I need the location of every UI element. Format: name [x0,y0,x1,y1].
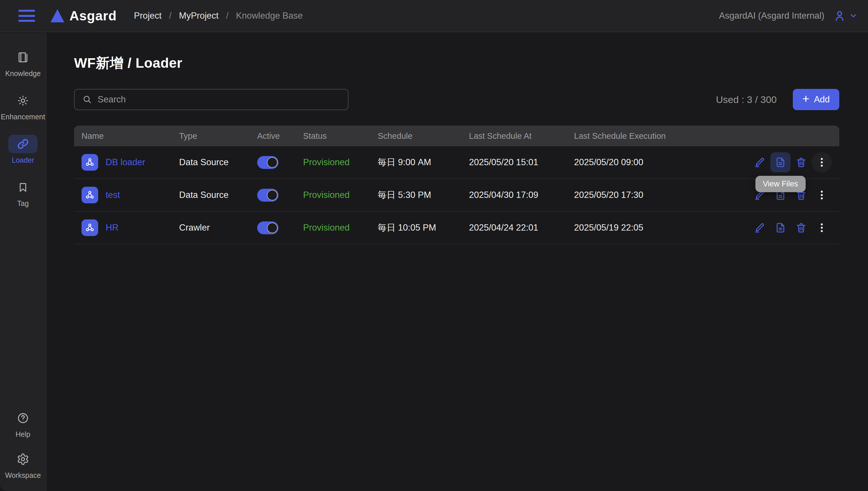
user-icon [833,9,846,22]
loader-table: Name Type Active Status Schedule Last Sc… [74,126,839,244]
sidebar: Knowledge Enhancement Loader Tag [0,33,47,491]
sidebar-item-label: Knowledge [5,69,41,78]
row-last-schedule-execution: 2025/05/19 22:05 [574,223,723,233]
delete-button[interactable] [791,218,811,238]
loader-type-icon [82,220,98,236]
sidebar-item-help[interactable]: Help [0,409,46,438]
loader-type-icon [82,154,98,171]
sidebar-item-loader[interactable]: Loader [0,135,46,164]
row-last-schedule-at: 2025/04/30 17:09 [469,190,574,200]
plus-icon: + [802,93,809,105]
sidebar-item-label: Workspace [5,471,41,480]
breadcrumb-separator: / [226,10,228,21]
row-last-schedule-execution: 2025/05/20 17:30 [574,190,723,200]
row-type: Crawler [179,223,257,233]
column-type: Type [179,132,257,141]
active-toggle[interactable] [257,156,278,169]
sidebar-item-workspace[interactable]: Workspace [0,450,46,480]
search-input[interactable] [98,94,341,105]
breadcrumb-separator: / [169,10,172,21]
sidebar-item-label: Loader [12,156,34,164]
more-options-button[interactable] [812,218,832,238]
column-status: Status [303,132,378,141]
column-last-schedule-at: Last Schedule At [469,132,574,141]
breadcrumb-myproject[interactable]: MyProject [179,10,219,21]
row-schedule: 毎日 5:30 PM [378,189,469,201]
sidebar-item-label: Tag [17,199,29,208]
help-circle-icon [17,412,29,425]
breadcrumb: Project / MyProject / Knowledge Base [134,10,302,21]
table-row: test Data Source Provisioned 毎日 5:30 PM … [74,179,839,212]
edit-button[interactable] [750,218,770,238]
sidebar-item-enhancement[interactable]: Enhancement [0,91,46,121]
active-toggle[interactable] [257,189,278,202]
bookmark-icon [17,181,29,193]
usage-counter: Used : 3 / 300 [716,94,777,105]
view-files-button[interactable] [770,218,790,238]
row-last-schedule-execution: 2025/05/20 09:00 [574,157,723,168]
add-button[interactable]: + Add [793,89,839,110]
more-options-button[interactable] [812,152,832,172]
menu-icon[interactable] [18,10,35,22]
more-options-button[interactable] [812,185,832,205]
account-label: AsgardAI (Asgard Internal) [719,10,824,21]
row-schedule: 毎日 10:05 PM [378,222,469,234]
row-last-schedule-at: 2025/04/24 22:01 [469,223,574,233]
row-name-link[interactable]: HR [106,223,118,233]
row-name-link[interactable]: test [106,190,120,200]
row-type: Data Source [179,157,257,168]
row-status: Provisioned [303,157,378,168]
row-status: Provisioned [303,223,378,233]
topbar: Asgard Project / MyProject / Knowledge B… [0,0,868,32]
view-files-button[interactable]: View Files [770,152,790,172]
gear-icon [17,453,29,465]
sparkle-icon [17,94,29,107]
sidebar-item-label: Enhancement [1,113,45,121]
loader-type-icon [82,187,98,203]
chevron-down-icon [849,11,858,20]
sidebar-item-label: Help [16,430,30,438]
row-status: Provisioned [303,190,378,200]
row-schedule: 毎日 9:00 AM [378,156,469,168]
column-last-schedule-execution: Last Schedule Execution [574,132,723,141]
active-toggle[interactable] [257,222,278,234]
sidebar-item-knowledge[interactable]: Knowledge [0,48,46,78]
table-header: Name Type Active Status Schedule Last Sc… [74,126,839,146]
row-type: Data Source [179,190,257,200]
column-schedule: Schedule [378,132,469,141]
search-box [74,89,349,110]
main-content: WF新增 / Loader Used : 3 / 300 + Add Name … [47,33,868,491]
view-files-tooltip: View Files [756,176,806,192]
edit-button[interactable] [750,152,770,172]
brand-title[interactable]: Asgard [70,8,116,24]
page-title: WF新增 / Loader [74,54,839,72]
search-icon [82,94,92,105]
column-active: Active [257,132,303,141]
asgard-logo-icon [51,9,64,22]
link-icon [16,137,30,150]
book-icon [17,51,29,64]
delete-button[interactable] [791,152,811,172]
table-row: DB loader Data Source Provisioned 毎日 9:0… [74,146,839,179]
sidebar-item-tag[interactable]: Tag [0,178,46,208]
table-row: HR Crawler Provisioned 毎日 10:05 PM 2025/… [74,212,839,244]
breadcrumb-knowledge-base: Knowledge Base [236,10,303,21]
account-menu[interactable]: AsgardAI (Asgard Internal) [719,9,858,22]
column-name: Name [82,132,179,141]
row-last-schedule-at: 2025/05/20 15:01 [469,157,574,168]
breadcrumb-project[interactable]: Project [134,10,161,21]
row-name-link[interactable]: DB loader [106,157,145,168]
